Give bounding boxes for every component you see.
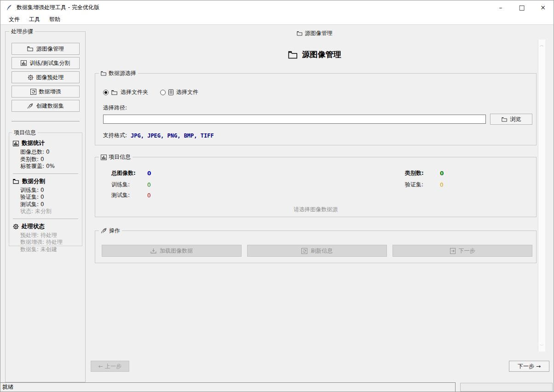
app-window: { "window": { "title": "数据集增强处理工具 - 完全优化… [0, 0, 554, 392]
scroll-down-icon[interactable]: ﹀ [540, 343, 544, 349]
total-images-value: 0 [147, 170, 405, 177]
scroll-up-icon[interactable]: ︿ [540, 42, 544, 48]
page-title-text: 源图像管理 [302, 49, 341, 60]
menubar: 文件 工具 帮助 [0, 14, 554, 25]
test-set-value: 0 [147, 192, 405, 199]
sidebar-item-train-test-split[interactable]: 训练/测试集分割 [12, 57, 80, 69]
sidebar-item-create-dataset[interactable]: 创建数据集 [12, 100, 80, 112]
stat-label: 类别数: [405, 169, 440, 177]
sidebar-item-label: 创建数据集 [36, 102, 64, 110]
browse-label: 浏览 [510, 115, 521, 123]
stat-row: 状态: 未分割 [13, 208, 78, 215]
data-source-group-title: 数据源选择 [99, 69, 138, 77]
project-info-panel: 项目信息 数据统计 图像总数: 0 类别数: 0 标签覆盖: 0% 数据分割 训… [9, 133, 82, 246]
section-title: 数据统计 [22, 139, 45, 147]
rocket-icon [101, 228, 107, 234]
bar-chart-icon [13, 141, 19, 146]
train-set-value: 0 [147, 182, 405, 188]
sidebar-separator [12, 121, 80, 121]
rocket-icon [27, 103, 34, 109]
sidebar-item-source-images[interactable]: 源图像管理 [12, 43, 80, 55]
sidebar-item-augment[interactable]: 数据增强 [12, 86, 80, 98]
project-info-title: 项目信息 [12, 129, 38, 137]
stat-row: 预处理: 待处理 [13, 232, 78, 239]
stat-row: 训练集: 0 [13, 187, 78, 194]
divider [13, 219, 78, 219]
data-source-group: 数据源选择 选择文件夹 选择文件 选择路径: 浏览 支持格式: JPG, JPE… [95, 73, 537, 145]
next-step-action-button[interactable]: 下一步 [392, 245, 532, 257]
stat-row: 图像总数: 0 [13, 149, 78, 156]
python-feather-icon [6, 4, 13, 11]
bar-chart-icon [21, 60, 27, 66]
gear-icon [13, 224, 19, 230]
bar-chart-icon [101, 155, 107, 160]
browse-button[interactable]: 浏览 [490, 114, 532, 125]
titlebar: 数据集增强处理工具 - 完全优化版 – □ × [0, 0, 554, 14]
formats-value: JPG, JPEG, PNG, BMP, TIFF [131, 133, 214, 139]
maximize-button[interactable]: □ [511, 0, 532, 14]
formats-label: 支持格式: [103, 132, 127, 139]
load-icon [150, 248, 156, 254]
info-row: 训练集: 0 验证集: 0 [111, 181, 527, 189]
window-title: 数据集增强处理工具 - 完全优化版 [17, 4, 99, 12]
next-step-button[interactable]: 下一步 → [509, 361, 549, 372]
sidebar-item-label: 图像预处理 [36, 74, 64, 81]
minimize-button[interactable]: – [490, 0, 511, 14]
progress-panel [460, 383, 553, 392]
section-title: 数据分割 [22, 178, 45, 185]
status-bar: 就绪 [0, 382, 456, 392]
divider [13, 173, 78, 174]
split-section-header: 数据分割 [13, 178, 78, 185]
path-label: 选择路径: [103, 104, 127, 112]
steps-panel-title: 处理步骤 [9, 28, 35, 35]
prev-step-button[interactable]: ← 上一步 [91, 361, 129, 372]
folder-icon [27, 46, 34, 52]
section-title: 处理状态 [22, 223, 45, 231]
select-source-hint: 请选择图像数据源 [95, 206, 536, 213]
folder-icon [288, 51, 298, 59]
folder-icon [297, 31, 303, 36]
next-icon [450, 248, 456, 254]
radio-unchecked-icon [160, 90, 166, 95]
stat-row: 验证集: 0 [13, 194, 78, 201]
stat-row: 类别数: 0 [13, 156, 78, 163]
radio-select-folder[interactable]: 选择文件夹 [103, 88, 148, 96]
status-text: 就绪 [2, 383, 13, 391]
folder-icon [13, 179, 19, 184]
close-button[interactable]: × [532, 0, 554, 14]
vertical-scrollbar[interactable]: ︿ ﹀ [538, 40, 545, 352]
path-input[interactable] [103, 115, 486, 124]
stat-label: 验证集: [405, 181, 440, 189]
sidebar-item-preprocess[interactable]: 图像预处理 [12, 71, 80, 83]
menu-file[interactable]: 文件 [4, 14, 24, 25]
tab-label-text: 源图像管理 [305, 29, 333, 37]
stat-label: 总图像数: [111, 169, 147, 177]
folder-icon [502, 117, 508, 122]
stats-section-header: 数据统计 [13, 139, 78, 147]
val-set-value: 0 [440, 182, 444, 188]
button-label: 刷新信息 [311, 247, 333, 255]
stat-label: 训练集: [111, 181, 147, 189]
menu-tools[interactable]: 工具 [24, 14, 45, 25]
load-images-button[interactable]: 加载图像数据 [102, 245, 242, 257]
stat-label: 测试集: [111, 191, 147, 199]
sidebar-item-label: 数据增强 [39, 88, 61, 96]
refresh-icon [301, 248, 307, 254]
page-title: 源图像管理 [90, 49, 539, 61]
stat-row: 测试集: 0 [13, 201, 78, 208]
file-icon [168, 89, 173, 95]
radio-checked-icon [103, 90, 109, 95]
gear-icon [28, 75, 34, 81]
augment-icon [30, 89, 36, 95]
supported-formats: 支持格式: JPG, JPEG, PNG, BMP, TIFF [103, 132, 214, 139]
info-row: 总图像数: 0 类别数: 0 [111, 169, 527, 177]
sidebar-item-label: 源图像管理 [36, 45, 64, 53]
main-project-info-group: 项目信息 总图像数: 0 类别数: 0 训练集: 0 验证集: 0 测试集: 0… [95, 157, 537, 217]
info-row: 测试集: 0 [111, 191, 527, 199]
main-project-info-title: 项目信息 [99, 153, 133, 161]
actions-group: 操作 加载图像数据 刷新信息 下一步 [95, 231, 537, 263]
refresh-info-button[interactable]: 刷新信息 [247, 245, 387, 257]
radio-select-file[interactable]: 选择文件 [160, 88, 198, 96]
stat-row: 数据增强: 待处理 [13, 239, 78, 246]
menu-help[interactable]: 帮助 [45, 14, 65, 25]
